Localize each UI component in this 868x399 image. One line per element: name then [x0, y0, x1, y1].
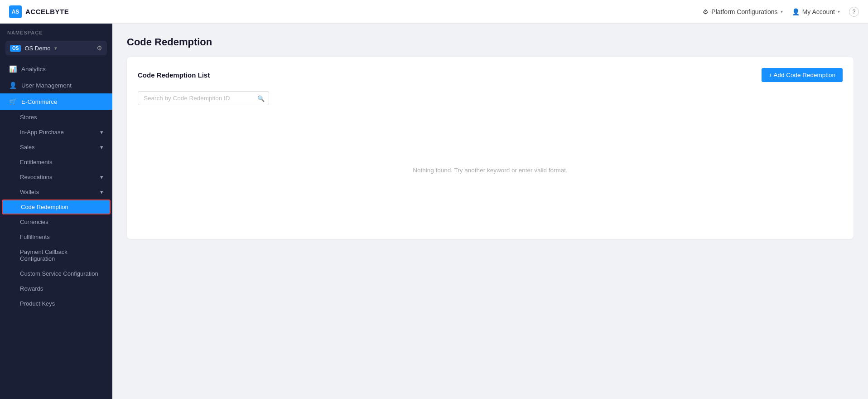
- in-app-purchase-label: In-App Purchase: [20, 129, 64, 136]
- my-account-menu[interactable]: 👤 My Account ▾: [792, 8, 840, 15]
- sidebar-sub-entitlements[interactable]: Entitlements: [0, 155, 112, 170]
- platform-config-menu[interactable]: ⚙ Platform Configurations ▾: [703, 8, 782, 15]
- rewards-label: Rewards: [20, 285, 43, 292]
- sidebar-sub-sales[interactable]: Sales ▾: [0, 140, 112, 155]
- help-button[interactable]: ?: [849, 7, 859, 17]
- revocations-label: Revocations: [20, 174, 53, 180]
- search-box: 🔍: [138, 91, 269, 105]
- analytics-label: Analytics: [21, 66, 46, 73]
- namespace-chevron: ▾: [54, 45, 57, 51]
- namespace-settings-icon[interactable]: ⚙: [96, 44, 102, 52]
- custom-service-label: Custom Service Configuration: [20, 270, 98, 277]
- chevron-down-icon: ▾: [100, 144, 103, 151]
- platform-config-label: Platform Configurations: [711, 8, 777, 15]
- sidebar-sub-product-keys[interactable]: Product Keys: [0, 296, 112, 311]
- sidebar: NAMESPACE OS OS Demo ▾ ⚙ 📊 Analytics 👤 U…: [0, 24, 112, 399]
- sidebar-item-user-management[interactable]: 👤 User Management: [0, 77, 112, 93]
- sidebar-sub-revocations[interactable]: Revocations ▾: [0, 170, 112, 185]
- search-input[interactable]: [138, 91, 269, 105]
- namespace-selector[interactable]: OS OS Demo ▾ ⚙: [5, 41, 107, 55]
- empty-state: Nothing found. Try another keyword or en…: [138, 112, 843, 228]
- code-redemption-label: Code Redemption: [21, 204, 68, 210]
- sidebar-item-analytics[interactable]: 📊 Analytics: [0, 61, 112, 77]
- add-code-redemption-button[interactable]: + Add Code Redemption: [762, 68, 843, 82]
- chevron-down-icon: ▾: [100, 189, 103, 195]
- top-navigation: AS ACCELBYTE ⚙ Platform Configurations ▾…: [0, 0, 868, 24]
- main-content: Code Redemption Code Redemption List + A…: [112, 24, 868, 399]
- sidebar-sub-rewards[interactable]: Rewards: [0, 281, 112, 296]
- chevron-down-icon: ▾: [100, 129, 103, 136]
- sidebar-item-ecommerce[interactable]: 🛒 E-Commerce: [0, 93, 112, 110]
- wallets-label: Wallets: [20, 189, 39, 195]
- namespace-name: OS Demo: [24, 45, 50, 52]
- card-header: Code Redemption List + Add Code Redempti…: [138, 68, 843, 82]
- sidebar-sub-payment-callback[interactable]: Payment Callback Configuration: [0, 244, 112, 266]
- my-account-chevron: ▾: [838, 9, 840, 14]
- sidebar-sub-code-redemption[interactable]: Code Redemption: [2, 200, 111, 214]
- page-title: Code Redemption: [127, 36, 854, 48]
- code-redemption-card: Code Redemption List + Add Code Redempti…: [127, 57, 854, 239]
- logo-area: AS ACCELBYTE: [9, 5, 69, 18]
- user-icon: 👤: [792, 8, 800, 15]
- sidebar-sub-custom-service[interactable]: Custom Service Configuration: [0, 266, 112, 281]
- sidebar-sub-stores[interactable]: Stores: [0, 110, 112, 125]
- namespace-badge: OS: [10, 45, 21, 52]
- gear-icon: ⚙: [703, 8, 709, 15]
- card-title: Code Redemption List: [138, 71, 210, 79]
- sidebar-sub-currencies[interactable]: Currencies: [0, 214, 112, 229]
- my-account-label: My Account: [802, 8, 835, 15]
- platform-config-chevron: ▾: [781, 9, 783, 14]
- stores-label: Stores: [20, 114, 37, 121]
- currencies-label: Currencies: [20, 219, 48, 225]
- analytics-icon: 📊: [9, 65, 17, 73]
- payment-callback-label: Payment Callback Configuration: [20, 248, 103, 262]
- entitlements-label: Entitlements: [20, 159, 53, 165]
- ecommerce-icon: 🛒: [9, 98, 17, 105]
- search-icon: 🔍: [257, 95, 265, 102]
- logo-icon: AS: [9, 5, 22, 18]
- fulfillments-label: Fulfillments: [20, 234, 50, 240]
- namespace-label: NAMESPACE: [0, 24, 112, 39]
- empty-state-text: Nothing found. Try another keyword or en…: [413, 167, 567, 174]
- sidebar-sub-fulfillments[interactable]: Fulfillments: [0, 229, 112, 244]
- sidebar-sub-in-app-purchase[interactable]: In-App Purchase ▾: [0, 125, 112, 140]
- main-layout: NAMESPACE OS OS Demo ▾ ⚙ 📊 Analytics 👤 U…: [0, 24, 868, 399]
- namespace-left: OS OS Demo ▾: [10, 45, 57, 52]
- product-keys-label: Product Keys: [20, 300, 55, 307]
- sidebar-sub-wallets[interactable]: Wallets ▾: [0, 185, 112, 200]
- user-management-icon: 👤: [9, 82, 17, 89]
- chevron-down-icon: ▾: [100, 174, 103, 180]
- user-management-label: User Management: [21, 82, 72, 89]
- sales-label: Sales: [20, 144, 35, 151]
- ecommerce-label: E-Commerce: [21, 98, 58, 105]
- top-nav-right: ⚙ Platform Configurations ▾ 👤 My Account…: [703, 7, 859, 17]
- logo-text: ACCELBYTE: [25, 8, 69, 15]
